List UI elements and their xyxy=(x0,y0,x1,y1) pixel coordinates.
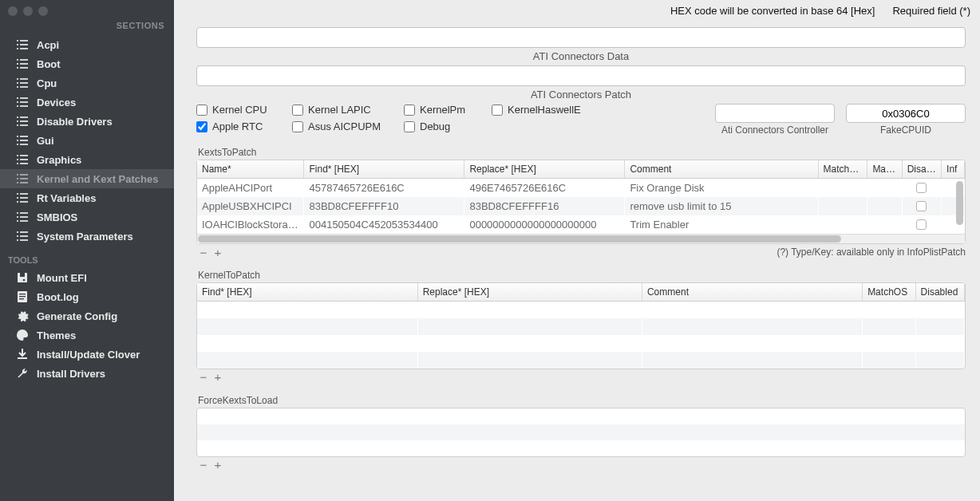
minimize-dot-icon[interactable] xyxy=(23,6,33,16)
sidebar-item-disable-drivers[interactable]: Disable Drivers xyxy=(0,112,174,131)
kernel-add-button[interactable]: + xyxy=(211,371,225,384)
cell-name[interactable]: IOAHCIBlockStorage xyxy=(197,215,304,234)
cell-comment[interactable]: remove usb limit to 15 xyxy=(625,197,818,215)
cell-disabled[interactable] xyxy=(902,179,941,198)
sidebar-item-acpi[interactable]: Acpi xyxy=(0,35,174,54)
svg-rect-60 xyxy=(17,231,18,233)
svg-rect-48 xyxy=(17,193,18,195)
cell-matchos[interactable] xyxy=(818,197,867,215)
sidebar-item-cpu[interactable]: Cpu xyxy=(0,73,174,93)
table-row[interactable] xyxy=(197,318,965,335)
zoom-dot-icon[interactable] xyxy=(38,6,48,16)
kcolumn-replace[interactable]: Replace* [HEX] xyxy=(417,283,642,302)
asus-aicpupm-checkbox[interactable]: Asus AICPUPM xyxy=(292,120,404,132)
tool-item-boot-log[interactable]: Boot.log xyxy=(0,287,174,306)
kcolumn-disabled[interactable]: Disabled xyxy=(915,283,964,302)
cell-name[interactable]: AppleUSBXHCIPCI xyxy=(197,197,304,215)
disabled-checkbox[interactable] xyxy=(916,201,927,211)
sidebar-item-gui[interactable]: Gui xyxy=(0,131,174,150)
cell-name[interactable]: AppleAHCIPort xyxy=(197,179,304,198)
column-matchos[interactable]: MatchOS xyxy=(818,160,867,179)
cell-matchos[interactable] xyxy=(818,215,867,234)
vertical-scrollbar[interactable] xyxy=(954,181,964,232)
cell-replace[interactable]: 0000000000000000000000 xyxy=(464,215,625,234)
force-remove-button[interactable]: − xyxy=(196,459,211,471)
kcolumn-comment[interactable]: Comment xyxy=(642,283,862,302)
column-comment[interactable]: Comment xyxy=(625,160,818,179)
svg-rect-51 xyxy=(20,197,28,199)
sidebar-item-rt-variables[interactable]: Rt Variables xyxy=(0,188,174,207)
tool-item-mount-efi[interactable]: Mount EFI xyxy=(0,268,174,287)
column-disabled[interactable]: Disabl... xyxy=(902,160,941,179)
list-item[interactable] xyxy=(197,424,965,440)
apple-rtc-checkbox[interactable]: Apple RTC xyxy=(196,120,292,132)
svg-rect-12 xyxy=(17,78,18,80)
disabled-checkbox[interactable] xyxy=(916,183,927,193)
svg-rect-37 xyxy=(20,155,28,156)
cell-replace[interactable]: 496E7465726E616C xyxy=(464,179,625,198)
column-matchbuild[interactable]: Matc... xyxy=(867,160,902,179)
table-row[interactable]: IOAHCIBlockStorage004150504C452053534400… xyxy=(197,215,965,234)
cell-matchbuild[interactable] xyxy=(867,197,902,215)
cell-disabled[interactable] xyxy=(902,197,941,215)
table-row[interactable]: AppleUSBXHCIPCI83BD8CFEFFFF1083BD8CFEFFF… xyxy=(197,197,965,215)
sidebar-item-kernel-and-kext-patches[interactable]: Kernel and Kext Patches xyxy=(0,169,174,188)
kernel-remove-button[interactable]: − xyxy=(196,371,211,384)
tool-item-themes[interactable]: Themes xyxy=(0,325,174,345)
cell-matchbuild[interactable] xyxy=(867,179,902,198)
svg-rect-70 xyxy=(19,294,26,294)
sidebar-item-devices[interactable]: Devices xyxy=(0,93,174,112)
cell-find[interactable]: 83BD8CFEFFFF10 xyxy=(304,197,464,215)
cell-comment[interactable]: Fix Orange Disk xyxy=(625,179,818,198)
ati-connectors-controller-input[interactable] xyxy=(715,104,835,123)
column-name[interactable]: Name* xyxy=(197,160,304,179)
list-item[interactable] xyxy=(197,440,965,456)
cell-replace[interactable]: 83BD8CFEFFFF16 xyxy=(464,197,625,215)
tool-item-generate-config[interactable]: Generate Config xyxy=(0,306,174,325)
cell-matchbuild[interactable] xyxy=(867,215,902,234)
disabled-checkbox[interactable] xyxy=(916,219,927,230)
list-item[interactable] xyxy=(197,408,965,424)
kernel-cpu-checkbox[interactable]: Kernel CPU xyxy=(196,104,292,116)
hex-notice-text: HEX code will be converted in base 64 [H… xyxy=(670,5,875,17)
ati-connectors-patch-input[interactable] xyxy=(196,65,966,86)
sidebar-item-graphics[interactable]: Graphics xyxy=(0,150,174,169)
kernelhaswelle-checkbox[interactable]: KernelHaswellE xyxy=(492,104,619,116)
table-row[interactable] xyxy=(197,302,965,318)
tool-item-install-drivers[interactable]: Install Drivers xyxy=(0,364,174,383)
tool-item-label: Boot.log xyxy=(37,291,79,303)
sidebar-item-system-parameters[interactable]: System Parameters xyxy=(0,227,174,246)
column-find[interactable]: Find* [HEX] xyxy=(304,160,464,179)
cell-matchos[interactable] xyxy=(818,179,867,198)
horizontal-scrollbar[interactable] xyxy=(197,234,965,243)
tool-item-install-update-clover[interactable]: Install/Update Clover xyxy=(0,345,174,364)
ati-connectors-data-input[interactable] xyxy=(196,27,966,48)
kcolumn-find[interactable]: Find* [HEX] xyxy=(197,283,417,302)
table-row[interactable] xyxy=(197,335,965,352)
force-add-button[interactable]: + xyxy=(211,459,225,471)
sidebar-item-label: Graphics xyxy=(37,154,81,166)
column-info[interactable]: Inf xyxy=(942,160,965,179)
svg-rect-7 xyxy=(20,59,28,61)
column-replace[interactable]: Replace* [HEX] xyxy=(464,160,625,179)
cell-find[interactable]: 004150504C452053534400 xyxy=(304,215,464,234)
table-row[interactable]: AppleAHCIPort45787465726E616C496E7465726… xyxy=(197,179,965,198)
kcolumn-matchos[interactable]: MatchOS xyxy=(863,283,915,302)
kernelpm-checkbox[interactable]: KernelPm xyxy=(404,104,492,116)
cell-disabled[interactable] xyxy=(902,215,941,234)
cell-comment[interactable]: Trim Enabler xyxy=(625,215,818,234)
close-dot-icon[interactable] xyxy=(8,6,18,16)
kexts-remove-button[interactable]: − xyxy=(196,246,211,258)
fakecpuid-input[interactable] xyxy=(846,104,966,123)
svg-rect-10 xyxy=(17,67,18,69)
force-kexts-list[interactable] xyxy=(196,408,966,457)
debug-checkbox[interactable]: Debug xyxy=(404,120,492,132)
sidebar-item-smbios[interactable]: SMBIOS xyxy=(0,207,174,227)
kexts-add-button[interactable]: + xyxy=(211,246,225,258)
table-row[interactable] xyxy=(197,352,965,369)
palette-icon xyxy=(16,329,29,341)
cell-find[interactable]: 45787465726E616C xyxy=(304,179,464,198)
sidebar-item-label: Devices xyxy=(37,97,76,108)
kernel-lapic-checkbox[interactable]: Kernel LAPIC xyxy=(292,104,404,116)
sidebar-item-boot[interactable]: Boot xyxy=(0,54,174,73)
